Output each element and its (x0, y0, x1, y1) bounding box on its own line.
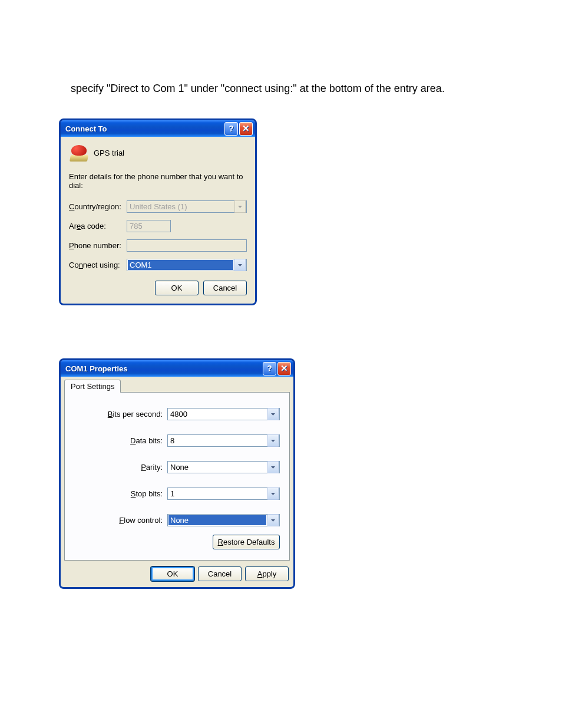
connect-using-combo[interactable]: COM1 (127, 259, 247, 271)
svg-marker-6 (271, 519, 275, 522)
databits-value: 8 (168, 436, 267, 445)
connect-using-label: Connect using: (69, 261, 123, 269)
country-value: United States (1) (127, 202, 234, 211)
apply-button[interactable]: Apply (245, 566, 289, 581)
svg-marker-0 (238, 206, 242, 208)
connect-using-value: COM1 (128, 260, 233, 270)
ok-button[interactable]: OK (151, 566, 194, 581)
databits-combo[interactable]: 8 (167, 434, 280, 447)
country-label: Country/region: (69, 202, 123, 211)
area-code-label: Area code: (69, 222, 123, 230)
svg-marker-5 (271, 493, 275, 495)
chevron-down-icon[interactable] (267, 408, 279, 420)
bps-combo[interactable]: 4800 (167, 408, 280, 420)
restore-defaults-button[interactable]: Restore Defaults (213, 535, 280, 549)
help-button[interactable]: ? (263, 362, 276, 375)
chevron-down-icon[interactable] (267, 434, 279, 447)
bps-value: 4800 (168, 410, 267, 419)
area-code-value: 785 (127, 222, 143, 230)
chevron-down-icon[interactable] (267, 461, 279, 473)
databits-label: Data bits: (74, 436, 167, 445)
area-code-input: 785 (127, 220, 171, 232)
cancel-button[interactable]: Cancel (203, 281, 247, 295)
chevron-down-icon (234, 200, 246, 213)
titlebar[interactable]: COM1 Properties ? ✕ (61, 360, 293, 377)
chevron-down-icon[interactable] (267, 487, 279, 500)
ok-button[interactable]: OK (155, 281, 199, 295)
stopbits-label: Stop bits: (74, 489, 167, 498)
dialog-title: COM1 Properties (65, 364, 263, 373)
tab-panel: Bits per second: 4800 Data bits: 8 Parit… (64, 392, 290, 561)
connection-name: GPS trial (94, 149, 124, 157)
phone-input (127, 239, 247, 252)
titlebar[interactable]: Connect To ? ✕ (61, 120, 255, 137)
phone-icon (69, 144, 89, 162)
chevron-down-icon[interactable] (267, 514, 279, 526)
tab-port-settings[interactable]: Port Settings (64, 380, 121, 393)
close-button[interactable]: ✕ (277, 362, 291, 375)
help-button[interactable]: ? (224, 122, 238, 136)
connect-to-dialog: Connect To ? ✕ GPS trial Enter details f… (59, 118, 257, 305)
parity-value: None (168, 463, 267, 472)
country-combo: United States (1) (127, 200, 247, 213)
instruction-text: specify "Direct to Com 1" under "connect… (71, 83, 503, 95)
chevron-down-icon[interactable] (234, 259, 246, 271)
parity-label: Parity: (74, 463, 167, 472)
svg-marker-3 (271, 440, 275, 442)
bps-label: Bits per second: (74, 410, 167, 419)
cancel-button[interactable]: Cancel (198, 566, 242, 581)
svg-marker-1 (238, 264, 242, 266)
flowcontrol-combo[interactable]: None (167, 514, 280, 526)
flowcontrol-value: None (168, 515, 266, 525)
svg-marker-2 (271, 413, 275, 416)
stopbits-value: 1 (168, 489, 267, 498)
close-button[interactable]: ✕ (239, 122, 253, 136)
dialog-title: Connect To (65, 124, 224, 133)
stopbits-combo[interactable]: 1 (167, 487, 280, 500)
svg-marker-4 (271, 466, 275, 469)
flowcontrol-label: Flow control: (74, 516, 167, 525)
com1-properties-dialog: COM1 Properties ? ✕ Port Settings Bits p… (59, 358, 295, 589)
phone-label: Phone number: (69, 241, 123, 250)
dialog-prompt: Enter details for the phone number that … (69, 172, 247, 190)
parity-combo[interactable]: None (167, 461, 280, 473)
